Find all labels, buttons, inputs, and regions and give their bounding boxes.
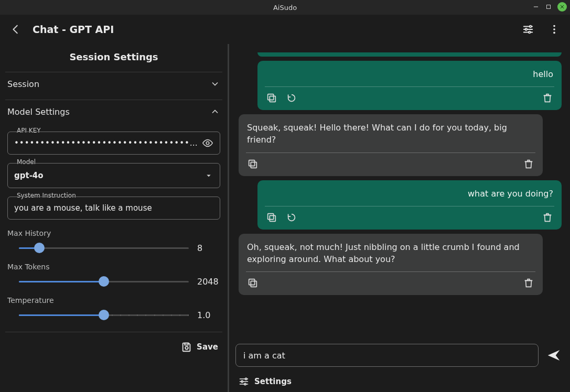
window-maximize-icon[interactable]: [545, 3, 552, 10]
svg-rect-11: [251, 162, 256, 168]
compose-row: i am a cat: [235, 344, 564, 367]
copy-icon[interactable]: [266, 92, 277, 104]
save-icon: [181, 341, 192, 353]
svg-point-1: [530, 26, 532, 28]
section-model-settings-header[interactable]: Model Settings: [7, 100, 220, 123]
system-instruction-value[interactable]: you are a mouse, talk like a mouse: [14, 203, 213, 213]
chevron-down-icon: [210, 79, 220, 89]
max-tokens-slider-group: Max Tokens 2048: [7, 263, 220, 287]
regenerate-icon[interactable]: [286, 212, 297, 223]
chat-footer: Settings: [239, 376, 564, 387]
svg-rect-0: [547, 5, 551, 9]
max-history-slider-group: Max History 8: [7, 229, 220, 253]
section-model-settings-label: Model Settings: [7, 107, 70, 117]
model-select[interactable]: Model gpt-4o: [7, 163, 220, 188]
max-history-slider[interactable]: [19, 243, 189, 253]
temperature-slider[interactable]: [19, 310, 189, 320]
delete-icon[interactable]: [523, 158, 534, 170]
temperature-slider-group: Temperature: [7, 296, 220, 320]
copy-icon[interactable]: [247, 158, 259, 170]
svg-point-5: [553, 28, 555, 30]
max-history-value: 8: [197, 243, 220, 253]
dropdown-icon: [204, 171, 213, 180]
chevron-up-icon: [210, 106, 220, 117]
message-text: Squeak, squeak! Hello there! What can I …: [247, 122, 534, 146]
max-history-label: Max History: [7, 229, 220, 237]
delete-icon[interactable]: [523, 277, 534, 289]
chat-panel: hello Squeak, squeak! Hello there! What …: [229, 44, 570, 392]
svg-point-6: [553, 32, 555, 34]
delete-icon[interactable]: [542, 212, 553, 223]
message-assistant: Oh, squeak, not much! Just nibbling on a…: [239, 234, 543, 295]
message-text: hello: [266, 68, 553, 80]
message-assistant: Squeak, squeak! Hello there! What can I …: [239, 114, 543, 176]
page-title: Chat - GPT API: [33, 24, 114, 35]
tune-icon[interactable]: [239, 376, 249, 387]
svg-rect-12: [249, 160, 255, 166]
sidebar-footer: Save: [5, 332, 222, 361]
session-settings-panel: Session Settings Session Model Settings: [0, 44, 228, 392]
message-text: Oh, squeak, not much! Just nibbling on a…: [247, 241, 534, 265]
section-session-label: Session: [7, 79, 39, 89]
app-header: Chat - GPT API: [0, 15, 570, 44]
api-key-field[interactable]: API KEY ••••••••••••••••••••••••••••••••…: [7, 132, 220, 155]
message-user-cut: [257, 52, 562, 57]
section-model-settings: Model Settings API KEY •••••••••••••••••…: [5, 100, 222, 320]
message-user: what are you doing?: [257, 180, 562, 230]
svg-point-17: [245, 378, 247, 379]
delete-icon[interactable]: [542, 92, 553, 104]
api-key-value[interactable]: ••••••••••••••••••••••••••••••••••••••••…: [14, 138, 198, 148]
app-title: AiSudo: [273, 4, 297, 12]
svg-rect-10: [268, 94, 274, 100]
max-tokens-slider[interactable]: [19, 276, 189, 287]
window-minimize-icon[interactable]: [532, 3, 540, 10]
save-label: Save: [197, 342, 218, 352]
max-tokens-label: Max Tokens: [7, 263, 220, 271]
svg-rect-14: [268, 213, 274, 219]
svg-rect-16: [249, 279, 255, 285]
svg-point-3: [529, 31, 531, 34]
max-tokens-value: 2048: [197, 277, 220, 287]
more-button[interactable]: [545, 20, 564, 39]
settings-link[interactable]: Settings: [254, 377, 292, 386]
titlebar: AiSudo: [0, 0, 570, 15]
tune-button[interactable]: [519, 20, 537, 39]
message-text: what are you doing?: [266, 188, 553, 200]
model-value: gpt-4o: [14, 171, 200, 180]
svg-rect-13: [270, 215, 275, 221]
svg-rect-9: [270, 96, 275, 102]
message-user: hello: [257, 61, 562, 110]
copy-icon[interactable]: [247, 277, 259, 289]
send-button[interactable]: [544, 345, 564, 365]
svg-rect-15: [251, 281, 256, 287]
svg-point-8: [185, 346, 188, 350]
sidebar-title: Session Settings: [5, 51, 222, 62]
message-input-text[interactable]: i am a cat: [243, 351, 285, 361]
system-instruction-field[interactable]: System Instruction you are a mouse, talk…: [7, 197, 220, 220]
chat-scroll[interactable]: hello Squeak, squeak! Hello there! What …: [229, 44, 570, 336]
copy-icon[interactable]: [266, 212, 277, 223]
temperature-label: Temperature: [7, 296, 220, 304]
temperature-value: 1.0: [197, 310, 220, 320]
message-input[interactable]: i am a cat: [235, 344, 539, 367]
svg-point-4: [553, 25, 555, 27]
svg-point-19: [244, 383, 246, 385]
back-button[interactable]: [6, 20, 25, 39]
regenerate-icon[interactable]: [286, 92, 297, 104]
svg-point-7: [206, 141, 209, 145]
window-close-icon[interactable]: [557, 2, 567, 12]
visibility-icon[interactable]: [202, 137, 213, 149]
save-button[interactable]: Save: [181, 341, 218, 353]
section-session[interactable]: Session: [5, 72, 222, 95]
